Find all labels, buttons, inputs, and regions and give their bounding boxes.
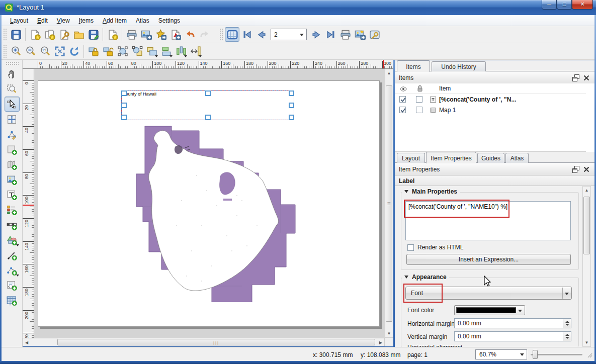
undo-button[interactable]	[183, 27, 197, 42]
close-button[interactable]: ✕	[572, 0, 593, 10]
horizontal-scroll-thumb[interactable]: |||	[57, 339, 375, 345]
dropdown-arrow-icon[interactable]	[184, 55, 187, 57]
add-map-tool[interactable]	[5, 142, 20, 157]
selection-handle[interactable]	[121, 115, 127, 120]
pan-tool[interactable]	[5, 66, 20, 81]
scroll-left-arrow[interactable]: ◀	[25, 340, 28, 345]
menu-add-item[interactable]: Add Item	[98, 16, 131, 26]
align-items-button[interactable]	[159, 44, 174, 59]
toolbar-grip[interactable]	[3, 45, 7, 58]
lock-checkbox[interactable]	[416, 107, 422, 113]
lock-checkbox[interactable]	[416, 96, 422, 103]
menu-view[interactable]: View	[52, 16, 74, 26]
visibility-checkbox[interactable]	[399, 96, 406, 103]
tab-items[interactable]: Items	[397, 60, 430, 72]
add-html-tool[interactable]	[5, 278, 20, 293]
horizontal-scrollbar[interactable]: ◀ ▶ |||	[23, 338, 385, 346]
main-properties-section-header[interactable]: Main Properties	[402, 188, 460, 195]
dropdown-arrow-icon[interactable]	[155, 55, 158, 57]
previous-feature-button[interactable]	[254, 27, 269, 42]
tab-undo-history[interactable]: Undo History	[432, 61, 486, 71]
add-shape-tool[interactable]	[5, 232, 20, 247]
redo-button[interactable]	[197, 27, 212, 42]
menu-atlas[interactable]: Atlas	[131, 16, 154, 26]
label-expression-textarea[interactable]: [%concat('County of ', "NAME10") %]	[405, 201, 571, 240]
visibility-checkbox[interactable]	[399, 107, 406, 113]
export-image-button[interactable]	[139, 27, 153, 42]
maximize-button[interactable]: □	[557, 0, 572, 10]
insert-expression-button[interactable]: Insert an Expression...	[406, 254, 571, 265]
raise-items-button[interactable]	[144, 44, 159, 59]
render-as-html-checkbox[interactable]	[407, 244, 414, 251]
export-svg-button[interactable]	[153, 27, 168, 42]
minimize-button[interactable]: ─	[542, 0, 557, 10]
item-row[interactable]: Map 1	[395, 105, 586, 116]
save-project-button[interactable]	[9, 27, 23, 42]
refresh-view-button[interactable]	[67, 44, 81, 59]
add-arrow-tool[interactable]	[5, 247, 20, 262]
selection-handle[interactable]	[289, 115, 294, 120]
add-3d-map-tool[interactable]	[5, 157, 20, 172]
next-feature-button[interactable]	[309, 27, 323, 42]
add-scalebar-tool[interactable]	[5, 217, 20, 232]
tab-layout[interactable]: Layout	[397, 153, 425, 163]
float-panel-icon[interactable]	[572, 74, 580, 82]
group-items-button[interactable]	[115, 44, 130, 59]
spin-arrows[interactable]	[563, 332, 571, 341]
page-paper[interactable]: County of Hawaii	[38, 80, 380, 327]
export-atlas-button[interactable]	[353, 27, 367, 42]
font-button-dropdown-arrow[interactable]	[562, 288, 571, 299]
zoom-slider[interactable]	[531, 354, 582, 355]
distribute-items-button[interactable]	[174, 44, 188, 59]
dropdown-arrow-icon[interactable]	[16, 244, 19, 246]
scroll-down-arrow[interactable]: ▼	[385, 331, 393, 336]
tab-guides[interactable]: Guides	[477, 153, 504, 163]
tab-atlas[interactable]: Atlas	[505, 153, 529, 163]
print-button[interactable]	[124, 27, 139, 42]
label-item-selected[interactable]: County of Hawaii	[121, 90, 294, 120]
selection-handle[interactable]	[289, 103, 294, 108]
first-feature-button[interactable]	[239, 27, 254, 42]
new-layout-button[interactable]	[28, 27, 42, 42]
print-atlas-button[interactable]	[338, 27, 353, 42]
toolbar-grip[interactable]	[6, 61, 19, 65]
atlas-feature-combo[interactable]: 2	[271, 29, 307, 40]
map-item[interactable]	[136, 125, 296, 302]
layout-canvas[interactable]: County of Hawaii	[34, 69, 385, 338]
ungroup-items-button[interactable]	[130, 44, 144, 59]
float-panel-icon[interactable]	[572, 165, 580, 173]
vertical-scrollbar[interactable]: ▲ ▼ ☰	[385, 69, 393, 338]
scroll-right-arrow[interactable]: ▶	[379, 340, 382, 345]
dropdown-arrow-icon[interactable]	[199, 55, 202, 57]
add-attribute-table-tool[interactable]	[5, 293, 20, 308]
save-as-template-button[interactable]	[86, 27, 101, 42]
export-pdf-button[interactable]	[168, 27, 183, 42]
add-node-item-tool[interactable]	[5, 262, 20, 278]
last-feature-button[interactable]	[323, 27, 338, 42]
tab-item-properties[interactable]: Item Properties	[426, 152, 476, 163]
layout-manager-button[interactable]	[57, 27, 71, 42]
selection-handle[interactable]	[205, 115, 211, 120]
zoom-tool-tool[interactable]	[5, 81, 20, 97]
load-from-template-button[interactable]	[71, 27, 86, 42]
horizontal-margin-spinbox[interactable]: 0.00 mm	[454, 318, 571, 328]
dropdown-arrow-icon[interactable]	[16, 275, 19, 277]
scroll-up-arrow[interactable]: ▲	[385, 71, 393, 75]
zoom-full-button[interactable]	[52, 44, 67, 59]
selection-handle[interactable]	[289, 90, 294, 96]
edit-nodes-item-tool[interactable]	[5, 127, 20, 142]
menu-items[interactable]: Items	[74, 16, 98, 26]
vertical-margin-spinbox[interactable]: 0.00 mm	[454, 331, 571, 341]
new-from-template-button[interactable]	[105, 27, 120, 42]
menu-edit[interactable]: Edit	[33, 16, 52, 26]
scroll-up-arrow[interactable]: ▲	[583, 188, 590, 193]
appearance-section-header[interactable]: Appearance	[402, 274, 449, 281]
toolbar-grip[interactable]	[3, 28, 7, 41]
font-button[interactable]: Font	[405, 287, 572, 300]
zoom-slider-handle[interactable]	[533, 350, 538, 359]
duplicate-layout-button[interactable]	[42, 27, 57, 42]
zoom-level-combo[interactable]: 60.7%	[475, 349, 527, 359]
menu-layout[interactable]: Layout	[6, 16, 33, 26]
item-row[interactable]: [%concat('County of ', "N...	[395, 95, 586, 105]
zoom-actual-button[interactable]: 1:1	[38, 44, 52, 59]
